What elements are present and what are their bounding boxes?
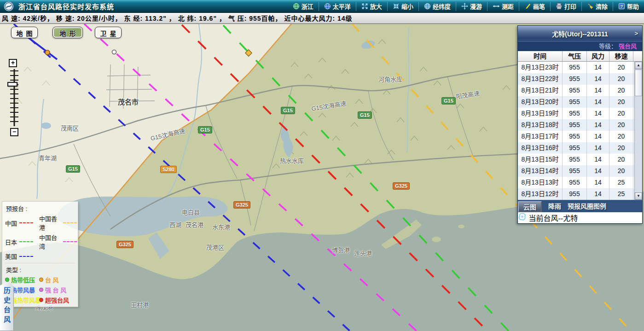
toolbar-label: 测距 xyxy=(502,2,514,11)
typhoon-point-orange[interactable] xyxy=(45,50,50,55)
toolbar-pan[interactable]: 漫游 xyxy=(456,2,487,11)
toolbar-clear[interactable]: 清除 xyxy=(581,2,613,11)
road-badge-g15: G15 xyxy=(66,165,80,173)
cell-speed: 20 xyxy=(609,154,633,165)
road-badge-g325: G325 xyxy=(393,182,410,190)
col-header-pressure: 气压 xyxy=(563,51,587,61)
cell-pressure: 955 xyxy=(563,108,587,119)
zoom-out-arrows-icon xyxy=(393,3,400,10)
tab-legend[interactable]: 图例 xyxy=(593,201,606,212)
table-row[interactable]: 8月13日18时 955 14 20 xyxy=(518,119,635,131)
table-row[interactable]: 8月13日19时 955 14 20 xyxy=(518,108,635,119)
dash-sample-magenta xyxy=(63,241,77,242)
basemap-button-terrain[interactable]: 地形 xyxy=(52,27,83,38)
table-row[interactable]: 8月13日16时 955 14 20 xyxy=(518,142,635,154)
qingnian-lake-water xyxy=(41,122,51,129)
cell-time: 8月13日14时 xyxy=(518,165,563,177)
cell-pressure: 955 xyxy=(563,96,587,108)
table-row[interactable]: 8月13日12时 955 14 25 xyxy=(518,188,635,200)
scroll-down-arrow[interactable]: ▼ xyxy=(635,192,642,200)
pan-arrows-icon xyxy=(461,3,468,10)
road-badge-g15: G15 xyxy=(358,111,372,119)
app-logo-icon xyxy=(4,1,14,12)
table-row[interactable]: 8月13日21时 955 14 20 xyxy=(518,85,635,96)
legend-forecast-item: 日本 xyxy=(5,233,38,250)
cell-speed: 25 xyxy=(609,188,633,200)
typhoon-status-bar: 风 速: 42米/秒， 移 速: 20公里/小时， 东 经: 113.2" ， … xyxy=(0,13,644,24)
typhoon-panel-title: 尤特(Utor)--201311 > xyxy=(518,26,642,41)
zoom-slider-track[interactable] xyxy=(8,68,21,127)
map-label-city: 茂名市 xyxy=(118,97,139,106)
toolbar-label: 浙江 xyxy=(302,2,313,11)
header-bar: 浙江省台风路径实时发布系统 浙江 太平洋 放大 缩小 经纬度 xyxy=(0,0,644,13)
cell-wind: 14 xyxy=(587,142,609,154)
cell-pressure: 955 xyxy=(563,73,587,85)
table-row[interactable]: 8月13日23时 955 14 20 xyxy=(518,62,635,73)
island xyxy=(432,237,441,242)
map-label-district: 茂港区 xyxy=(206,243,224,251)
tab-rainfall[interactable]: 降雨 xyxy=(542,201,568,212)
tab-cloud-image[interactable]: 云图 xyxy=(518,201,542,212)
cell-time: 8月13日18时 xyxy=(518,119,563,131)
table-header-row: 时间 气压 风力 移速 xyxy=(518,51,642,62)
map-label-county: 电白县 xyxy=(182,208,200,216)
toolbar-lat-lon[interactable]: 经纬度 xyxy=(418,2,456,11)
panel-expand-arrow[interactable]: > xyxy=(634,30,638,37)
road-badge-g325: G325 xyxy=(233,201,250,209)
level-value: 强台风 xyxy=(619,43,637,50)
cell-speed: 20 xyxy=(609,165,633,177)
legend-forecast-item: 美国 xyxy=(5,252,38,261)
tab-forecast[interactable]: 预报 xyxy=(568,201,580,212)
legend-type-item: 超强台风 xyxy=(39,296,77,304)
legend-type-title: 类型 : xyxy=(6,265,75,274)
col-header-time: 时间 xyxy=(518,51,563,61)
zoom-slider-handle[interactable] xyxy=(7,82,17,87)
current-typhoon-bar: 当前台风--尤特 xyxy=(518,212,642,223)
current-typhoon-name[interactable]: 尤特 xyxy=(563,215,578,222)
cell-time: 8月13日21时 xyxy=(518,85,563,96)
scroll-thumb[interactable] xyxy=(635,70,642,96)
level-label: 等级： xyxy=(599,43,617,50)
toolbar-zoom-out[interactable]: 缩小 xyxy=(387,2,418,11)
table-row[interactable]: 8月13日17时 955 14 20 xyxy=(518,131,635,142)
col-header-wind: 风力 xyxy=(587,51,609,61)
table-row[interactable]: 8月13日14时 955 14 20 xyxy=(518,165,635,177)
toolbar-label: 太平洋 xyxy=(333,2,351,11)
table-row[interactable]: 8月13日13时 955 14 25 xyxy=(518,177,635,188)
cell-time: 8月13日23时 xyxy=(518,62,563,73)
cell-pressure: 955 xyxy=(563,177,587,188)
history-typhoon-tab[interactable]: 历史台风 xyxy=(0,281,14,331)
table-row[interactable]: 8月13日15时 955 14 20 xyxy=(518,154,635,165)
toolbar-draw-pen[interactable]: 画笔 xyxy=(519,2,550,11)
table-row[interactable]: 8月13日22时 955 14 20 xyxy=(518,73,635,85)
typhoon-swirl-icon xyxy=(518,212,527,221)
toolbar-pacific[interactable]: 太平洋 xyxy=(319,2,356,11)
cell-wind: 14 xyxy=(587,108,609,119)
zoom-in-button[interactable]: + xyxy=(9,59,17,67)
basemap-button-satellite[interactable]: 卫星 xyxy=(95,27,122,38)
toolbar-zoom-in[interactable]: 放大 xyxy=(356,2,387,11)
tab-wind-circle[interactable]: 风圈 xyxy=(580,201,593,212)
toolbar-print[interactable]: 打印 xyxy=(550,2,581,11)
zoom-out-button[interactable]: − xyxy=(10,128,18,136)
basemap-button-map[interactable]: 地图 xyxy=(11,27,38,38)
toolbar-zhejiang[interactable]: 浙江 xyxy=(288,2,319,11)
legend-type-item: 强 台 风 xyxy=(39,285,77,294)
toolbar-label: 打印 xyxy=(564,2,576,11)
table-row[interactable]: 8月13日20时 955 14 20 xyxy=(518,96,635,108)
scroll-up-arrow[interactable]: ▲ xyxy=(635,62,642,69)
cell-wind: 14 xyxy=(587,131,609,142)
toolbar-measure[interactable]: 测距 xyxy=(487,2,519,11)
map-label-port: 博贺港 xyxy=(332,245,350,254)
cell-speed: 20 xyxy=(609,131,633,142)
zoom-in-arrows-icon xyxy=(361,3,368,10)
typhoon-point-white[interactable] xyxy=(112,50,116,54)
cell-pressure: 955 xyxy=(563,131,587,142)
history-typhoon-label: 历史台风 xyxy=(2,287,12,325)
table-scrollbar[interactable]: ▲ ▼ xyxy=(634,62,642,200)
typhoon-panel: 尤特(Utor)--201311 > 等级：强台风 时间 气压 风力 移速 8月… xyxy=(517,25,643,224)
help-icon: ? xyxy=(618,3,625,10)
legend-forecast-item: 中国台湾 xyxy=(39,233,77,250)
cell-wind: 14 xyxy=(587,119,609,131)
toolbar-help[interactable]: ? 帮助 xyxy=(613,2,644,11)
